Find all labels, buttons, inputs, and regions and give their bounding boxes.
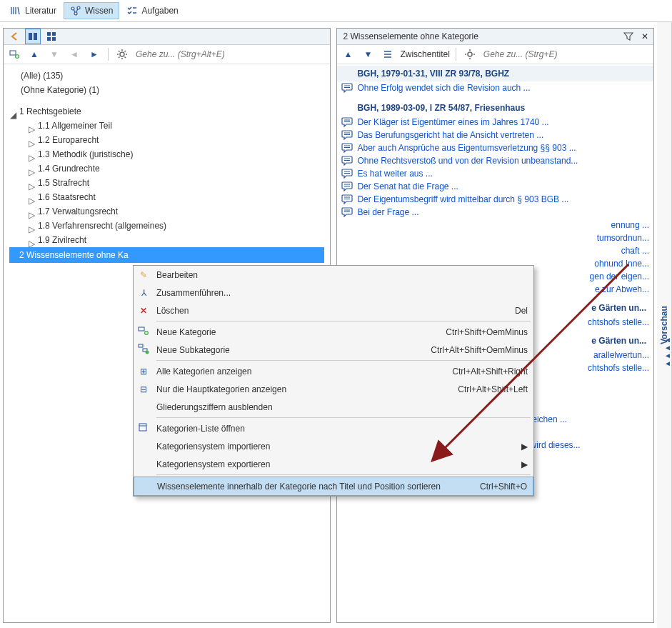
list-item[interactable]: Der Senat hat die Frage ... — [337, 180, 653, 193]
svg-line-20 — [119, 51, 120, 52]
svg-line-22 — [119, 57, 120, 59]
collapse-all-icon: ⊟ — [140, 384, 147, 394]
tree-item[interactable]: ▷1.9 Zivilrecht — [9, 233, 324, 247]
back-icon[interactable] — [6, 29, 22, 44]
filter-icon[interactable] — [621, 29, 636, 44]
checklist-icon — [126, 5, 138, 16]
svg-line-21 — [125, 57, 126, 59]
comment-icon — [341, 156, 353, 166]
zwischentitel-label: Zwischentitel — [400, 49, 449, 59]
tree-item[interactable]: ▷1.5 Strafrecht — [9, 176, 324, 190]
tree-root[interactable]: ◢1 Rechtsgebiete — [9, 104, 324, 119]
nav-up-icon[interactable]: ▲ — [26, 46, 42, 62]
nav-down-icon[interactable]: ▼ — [46, 46, 62, 62]
add-category-icon — [138, 325, 149, 339]
nav-down-icon[interactable]: ▼ — [360, 46, 376, 62]
list-item[interactable]: Aber auch Ansprüche aus Eigentumsverletz… — [337, 141, 653, 154]
list-item[interactable]: ennung ... — [337, 219, 653, 231]
svg-point-2 — [74, 12, 77, 15]
list-item[interactable]: Der Kläger ist Eigentümer eines im Jahre… — [337, 116, 653, 129]
tree-item[interactable]: ▷1.2 Europarecht — [9, 133, 324, 147]
nav-right-icon[interactable]: ► — [86, 46, 102, 62]
preview-tab[interactable]: Vorschau — [657, 22, 672, 628]
expander-right-icon[interactable]: ▷ — [28, 194, 35, 201]
expander-right-icon[interactable]: ▷ — [28, 222, 35, 229]
pencil-icon: ✎ — [140, 270, 147, 280]
comment-icon — [341, 194, 353, 204]
subtitle-icon[interactable] — [380, 46, 396, 62]
menu-importieren[interactable]: Kategoriensystem importieren ▶ — [134, 437, 533, 455]
context-menu: ✎ Bearbeiten ⅄ Zusammenführen... ✕ Lösch… — [133, 265, 534, 497]
close-icon[interactable]: ✕ — [639, 31, 651, 41]
list-item[interactable]: tumsordnun... — [337, 231, 653, 244]
list-item[interactable]: chaft ... — [337, 244, 653, 257]
menu-neue-subkategorie[interactable]: Neue Subkategorie Ctrl+Alt+Shift+OemMinu… — [134, 341, 533, 359]
svg-rect-10 — [52, 32, 56, 36]
add-category-icon[interactable] — [6, 46, 22, 62]
tree-no-category[interactable]: (Ohne Kategorie) (1) — [9, 83, 324, 97]
submenu-arrow-icon: ▶ — [514, 442, 528, 452]
comment-icon — [341, 207, 353, 217]
comment-icon — [341, 117, 353, 127]
goto-input[interactable] — [482, 49, 651, 60]
menu-exportieren[interactable]: Kategoriensystem exportieren ▶ — [134, 455, 533, 473]
expander-right-icon[interactable]: ▷ — [28, 165, 35, 172]
tab-aufgaben[interactable]: Aufgaben — [121, 3, 184, 19]
tab-literatur[interactable]: Literatur — [4, 3, 62, 19]
list-heading[interactable]: BGH, 1989-03-09, I ZR 54/87, Friesenhaus — [337, 100, 653, 116]
tree-item[interactable]: ▷1.7 Verwaltungsrecht — [9, 204, 324, 219]
menu-neue-kategorie[interactable]: Neue Kategorie Ctrl+Shift+OemMinus — [134, 323, 533, 341]
menu-liste-oeffnen[interactable]: Kategorien-Liste öffnen — [134, 419, 533, 437]
list-item[interactable]: Ohne Erfolg wendet sich die Revision auc… — [337, 81, 653, 94]
menu-zusammen[interactable]: ⅄ Zusammenführen... — [134, 284, 533, 301]
expander-right-icon[interactable]: ▷ — [28, 122, 35, 129]
expander-right-icon[interactable]: ▷ — [28, 236, 35, 244]
expand-handle-icon[interactable]: ◄◄◄◄ — [664, 336, 671, 367]
expander-right-icon[interactable]: ▷ — [28, 179, 35, 186]
list-item[interactable]: Das Berufungsgericht hat die Ansicht ver… — [337, 129, 653, 141]
svg-rect-73 — [139, 424, 146, 431]
expander-right-icon[interactable]: ▷ — [28, 151, 35, 158]
split-view-icon[interactable] — [44, 29, 59, 44]
tab-label: Literatur — [25, 6, 56, 16]
tab-label: Wissen — [85, 6, 113, 16]
list-item[interactable]: Es hat weiter aus ... — [337, 167, 653, 180]
menu-bearbeiten[interactable]: ✎ Bearbeiten — [134, 266, 533, 284]
gear-icon[interactable] — [114, 46, 130, 62]
gear-icon[interactable] — [462, 46, 478, 62]
tree-selected-item[interactable]: 2 Wissenselemente ohne Ka — [9, 247, 324, 263]
columns-view-icon[interactable] — [25, 29, 41, 44]
menu-loeschen[interactable]: ✕ Löschen Del — [134, 301, 533, 319]
nav-left-icon[interactable]: ◄ — [66, 46, 82, 62]
comment-icon — [341, 181, 353, 191]
menu-nur-haupt[interactable]: ⊟ Nur die Hauptkategorien anzeigen Ctrl+… — [134, 380, 533, 398]
menu-gliederung[interactable]: Gliederungsziffern ausblenden — [134, 398, 533, 416]
expander-down-icon[interactable]: ◢ — [9, 108, 16, 115]
goto-input[interactable] — [134, 49, 327, 60]
delete-icon: ✕ — [140, 306, 147, 316]
tree-item[interactable]: ▷1.1 Allgemeiner Teil — [9, 119, 324, 133]
left-toolbar: ▲ ▼ ◄ ► — [4, 45, 330, 64]
svg-rect-12 — [52, 37, 56, 41]
tree-item[interactable]: ▷1.4 Grundrechte — [9, 161, 324, 176]
svg-rect-68 — [139, 327, 144, 331]
tab-wissen[interactable]: Wissen — [64, 2, 119, 19]
list-item[interactable]: Ohne Rechtsverstoß und von der Revision … — [337, 154, 653, 167]
menu-sortieren[interactable]: Wissenselemente innerhalb der Kategorie … — [134, 477, 533, 496]
list-item[interactable]: Der Eigentumsbegriff wird mittelbar durc… — [337, 193, 653, 206]
svg-point-15 — [120, 52, 124, 56]
expander-right-icon[interactable]: ▷ — [28, 136, 35, 144]
menu-alle-kategorien[interactable]: ⊞ Alle Kategorien anzeigen Ctrl+Alt+Shif… — [134, 362, 533, 380]
svg-line-4 — [76, 9, 78, 12]
top-tab-bar: Literatur Wissen Aufgaben — [0, 0, 672, 22]
expand-all-icon: ⊞ — [140, 367, 147, 377]
tree-all[interactable]: (Alle) (135) — [9, 69, 324, 83]
tree-item[interactable]: ▷1.8 Verfahrensrecht (allgemeines) — [9, 219, 324, 233]
list-item[interactable]: Bei der Frage ... — [337, 206, 653, 219]
tree-item[interactable]: ▷1.3 Methodik (juristische) — [9, 147, 324, 161]
tree-item[interactable]: ▷1.6 Staatsrecht — [9, 190, 324, 204]
list-heading[interactable]: BGH, 1979-01-31, VIII ZR 93/78, BGHZ — [337, 66, 653, 81]
nav-up-icon[interactable]: ▲ — [340, 46, 356, 62]
expander-right-icon[interactable]: ▷ — [28, 208, 35, 215]
svg-point-27 — [468, 52, 472, 56]
